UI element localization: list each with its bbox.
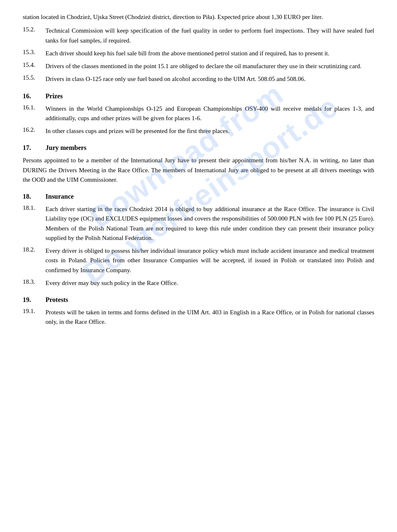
page: Download from Do vtorfreinsport.de stati…	[0, 0, 397, 345]
list-content-18-1: Each driver starting in the races Chodzi…	[45, 204, 374, 243]
list-item-15-5: 15.5. Drivers in class O-125 race only u…	[23, 74, 374, 84]
section-16: 16. Prizes 16.1. Winners in the World Ch…	[23, 93, 374, 136]
list-number-18-2: 18.2.	[23, 246, 45, 275]
section-18: 18. Insurance 18.1. Each driver starting…	[23, 193, 374, 288]
list-number-15-5: 15.5.	[23, 74, 45, 84]
list-number-16-1: 16.1.	[23, 104, 45, 124]
section-16-number: 16.	[23, 93, 45, 100]
section-18-number: 18.	[23, 193, 45, 200]
section-17-number: 17.	[23, 144, 45, 152]
section-16-label: Prizes	[45, 93, 63, 100]
section-17-heading: 17. Jury members	[23, 144, 374, 152]
list-number-19-1: 19.1.	[23, 308, 45, 327]
list-content-16-1: Winners in the World Championships O-125…	[45, 104, 374, 124]
section-18-label: Insurance	[45, 193, 74, 200]
list-item-15-2: 15.2. Technical Commission will keep spe…	[23, 26, 374, 45]
list-item-18-2: 18.2. Every driver is obliged to possess…	[23, 246, 374, 275]
list-content-18-3: Every driver may buy such policy in the …	[45, 278, 374, 288]
list-content-18-2: Every driver is obliged to possess his/h…	[45, 246, 374, 275]
list-content-15-5: Drivers in class O-125 race only use fue…	[45, 74, 374, 84]
list-item-19-1: 19.1. Protests will be taken in terms an…	[23, 308, 374, 327]
list-content-16-2: In other classes cups and prizes will be…	[45, 126, 374, 136]
section-17-label: Jury members	[45, 144, 86, 152]
list-number-18-3: 18.3.	[23, 278, 45, 288]
section-19: 19. Protests 19.1. Protests will be take…	[23, 296, 374, 327]
intro-paragraph: station located in Chodzież, Ujska Stree…	[23, 12, 374, 22]
list-number-18-1: 18.1.	[23, 204, 45, 243]
section-16-heading: 16. Prizes	[23, 93, 374, 100]
list-number-15-2: 15.2.	[23, 26, 45, 45]
list-item-18-1: 18.1. Each driver starting in the races …	[23, 204, 374, 243]
list-item-15-4: 15.4. Drivers of the classes mentioned i…	[23, 62, 374, 71]
list-item-15-3: 15.3. Each driver should keep his fuel s…	[23, 49, 374, 58]
list-item-16-2: 16.2. In other classes cups and prizes w…	[23, 126, 374, 136]
list-number-15-3: 15.3.	[23, 49, 45, 58]
list-number-15-4: 15.4.	[23, 62, 45, 71]
section-19-label: Protests	[45, 296, 68, 304]
section-19-number: 19.	[23, 296, 45, 304]
section-18-heading: 18. Insurance	[23, 193, 374, 200]
list-content-15-2: Technical Commission will keep specifica…	[45, 26, 374, 45]
list-content-15-3: Each driver should keep his fuel sale bi…	[45, 49, 374, 58]
list-item-18-3: 18.3. Every driver may buy such policy i…	[23, 278, 374, 288]
list-number-16-2: 16.2.	[23, 126, 45, 136]
section-19-heading: 19. Protests	[23, 296, 374, 304]
list-content-19-1: Protests will be taken in terms and form…	[45, 308, 374, 327]
section-17-intro: Persons appointed to be a member of the …	[23, 156, 374, 185]
section-15: 15.2. Technical Commission will keep spe…	[23, 26, 374, 84]
section-17: 17. Jury members Persons appointed to be…	[23, 144, 374, 185]
list-content-15-4: Drivers of the classes mentioned in the …	[45, 62, 374, 71]
list-item-16-1: 16.1. Winners in the World Championships…	[23, 104, 374, 124]
